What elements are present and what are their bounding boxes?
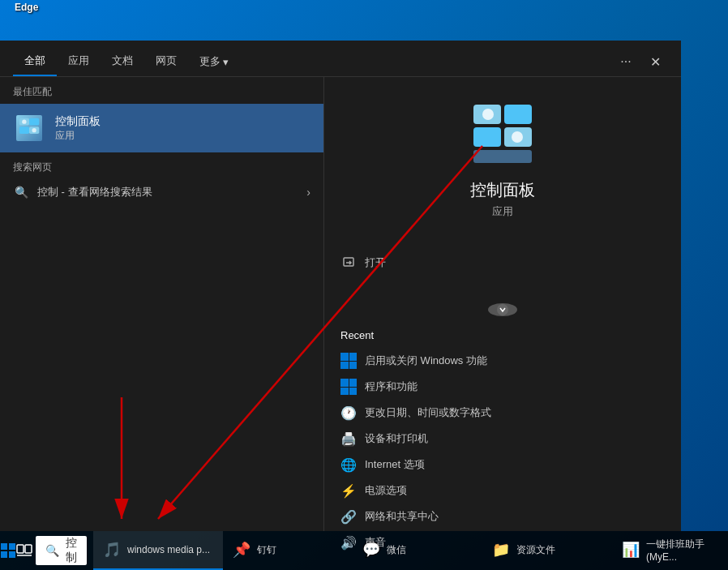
more-options-icon[interactable]: ··· bbox=[613, 49, 639, 75]
svg-rect-1 bbox=[29, 118, 39, 126]
svg-rect-21 bbox=[9, 551, 15, 558]
datetime-icon: 🕐 bbox=[340, 405, 357, 421]
best-match-header: 最佳匹配 bbox=[0, 77, 323, 104]
search-web-header: 搜索网页 bbox=[0, 152, 323, 178]
search-overlay: 全部 应用 文档 网页 更多 ▾ ··· ✕ 最佳匹配 bbox=[0, 41, 681, 531]
network-icon: 🔗 bbox=[340, 508, 357, 525]
close-search-icon[interactable]: ✕ bbox=[642, 49, 668, 75]
win-features-label: 启用或关闭 Windows 功能 bbox=[365, 354, 487, 368]
svg-rect-18 bbox=[1, 543, 7, 550]
search-web-text: 控制 - 查看网络搜索结果 bbox=[37, 185, 298, 199]
search-tabs: 全部 应用 文档 网页 更多 ▾ ··· ✕ bbox=[0, 41, 681, 77]
result-big-icon bbox=[470, 101, 535, 166]
taskbar-search-box[interactable]: 🔍 控制 bbox=[36, 536, 87, 565]
best-match-type: 应用 bbox=[55, 129, 101, 143]
svg-rect-23 bbox=[25, 545, 32, 553]
best-match-item[interactable]: 控制面板 应用 bbox=[0, 104, 323, 152]
programs-icon bbox=[340, 379, 357, 395]
taskbar-app-dingding[interactable]: 📌 钉钉 bbox=[223, 531, 353, 570]
devices-label: 设备和打印机 bbox=[365, 431, 428, 446]
search-web-item[interactable]: 🔍 控制 - 查看网络搜索结果 › bbox=[0, 178, 323, 207]
tab-all[interactable]: 全部 bbox=[13, 47, 57, 76]
programs-label: 程序和功能 bbox=[365, 379, 418, 394]
recent-item-internet[interactable]: 🌐 Internet 选项 bbox=[340, 452, 665, 478]
recent-item-devices[interactable]: 🖨️ 设备和打印机 bbox=[340, 426, 665, 452]
open-icon bbox=[340, 255, 357, 271]
power-icon: ⚡ bbox=[340, 482, 357, 499]
recent-header: Recent bbox=[340, 329, 665, 348]
svg-rect-8 bbox=[473, 127, 501, 147]
datetime-label: 更改日期、时间或数字格式 bbox=[365, 405, 491, 420]
start-button[interactable] bbox=[0, 531, 16, 570]
svg-rect-13 bbox=[344, 258, 353, 266]
windows-media-icon: 🎵 bbox=[103, 541, 121, 559]
internet-label: Internet 选项 bbox=[365, 457, 425, 472]
taskbar-search-icon: 🔍 bbox=[45, 544, 59, 557]
chevron-down-icon: ▾ bbox=[223, 56, 229, 68]
search-right-panel: 控制面板 应用 打开 bbox=[324, 77, 681, 531]
power-label: 电源选项 bbox=[365, 483, 407, 498]
svg-point-14 bbox=[497, 304, 508, 315]
search-web-arrow-icon: › bbox=[306, 186, 310, 199]
taskbar-search-text: 控制 bbox=[66, 536, 77, 565]
result-subtitle: 应用 bbox=[492, 204, 513, 219]
svg-rect-2 bbox=[19, 126, 29, 134]
recent-item-sound[interactable]: 🔊 声音 bbox=[340, 529, 665, 555]
windows-media-label: windows media p... bbox=[127, 544, 210, 555]
svg-point-4 bbox=[22, 120, 26, 124]
edge-label: Edge bbox=[15, 2, 38, 13]
win-features-icon bbox=[340, 353, 357, 369]
open-label: 打开 bbox=[365, 255, 386, 270]
desktop: Edge 🌐 网络 🗑️ 回收站 🔥 火绒安全 🔵 360极速器 📁 filez… bbox=[0, 0, 728, 570]
search-tabs-right: ··· ✕ bbox=[613, 49, 668, 75]
result-action-open[interactable]: 打开 bbox=[340, 248, 665, 277]
best-match-name: 控制面板 bbox=[55, 114, 101, 129]
recent-item-network[interactable]: 🔗 网络和共享中心 bbox=[340, 504, 665, 529]
tab-more[interactable]: 更多 ▾ bbox=[188, 48, 240, 75]
result-title: 控制面板 bbox=[470, 179, 535, 201]
recent-item-datetime[interactable]: 🕐 更改日期、时间或数字格式 bbox=[340, 400, 665, 426]
svg-point-10 bbox=[482, 109, 494, 120]
svg-rect-12 bbox=[473, 150, 532, 163]
dingding-label: 钉钉 bbox=[257, 543, 276, 557]
sound-label: 声音 bbox=[365, 535, 386, 550]
task-view-button[interactable] bbox=[16, 531, 32, 570]
internet-icon: 🌐 bbox=[340, 456, 357, 473]
recent-item-win-features[interactable]: 启用或关闭 Windows 功能 bbox=[340, 348, 665, 374]
tab-docs[interactable]: 文档 bbox=[101, 47, 144, 76]
recent-item-programs[interactable]: 程序和功能 bbox=[340, 374, 665, 400]
best-match-info: 控制面板 应用 bbox=[55, 114, 101, 143]
svg-rect-19 bbox=[9, 543, 15, 550]
svg-point-5 bbox=[32, 128, 36, 132]
recent-section: Recent 启用或关闭 Windows 功能 bbox=[340, 329, 665, 555]
devices-icon: 🖨️ bbox=[340, 431, 357, 447]
tab-apps[interactable]: 应用 bbox=[57, 47, 101, 76]
svg-rect-7 bbox=[504, 105, 532, 124]
svg-rect-20 bbox=[1, 551, 7, 558]
taskbar-app-windows-media[interactable]: 🎵 windows media p... bbox=[93, 531, 223, 570]
sound-icon: 🔊 bbox=[340, 534, 357, 551]
dingding-icon: 📌 bbox=[233, 541, 251, 559]
expand-button[interactable] bbox=[488, 303, 517, 316]
search-main: 最佳匹配 bbox=[0, 77, 681, 531]
search-left-panel: 最佳匹配 bbox=[0, 77, 324, 531]
best-match-icon bbox=[13, 112, 45, 144]
control-panel-icon-small bbox=[16, 115, 42, 141]
svg-rect-22 bbox=[17, 545, 24, 553]
search-web-icon: 🔍 bbox=[13, 184, 29, 200]
svg-point-11 bbox=[512, 131, 523, 143]
recent-item-power[interactable]: ⚡ 电源选项 bbox=[340, 478, 665, 504]
tab-web[interactable]: 网页 bbox=[144, 47, 188, 76]
network-label: 网络和共享中心 bbox=[365, 509, 439, 524]
